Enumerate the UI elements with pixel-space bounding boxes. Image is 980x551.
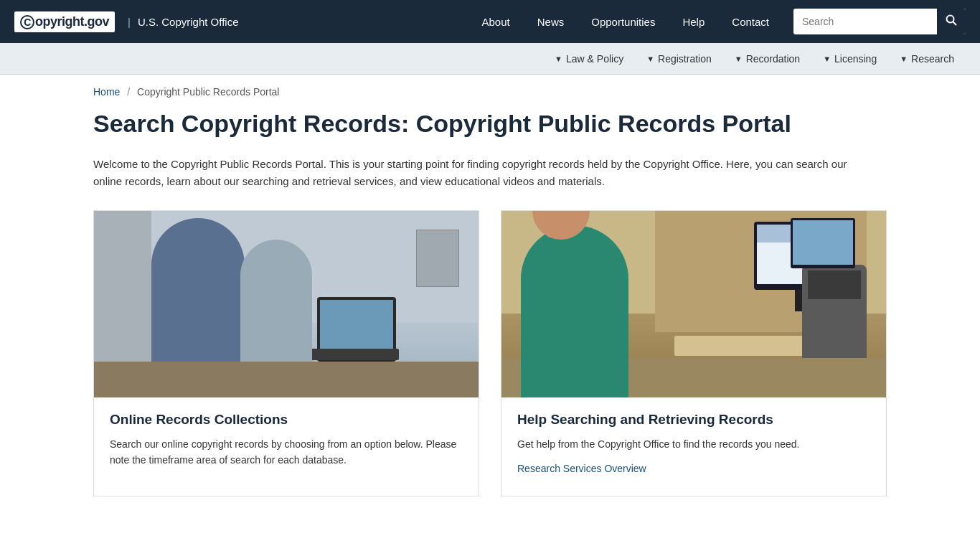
agency-name: U.S. Copyright Office xyxy=(138,16,239,28)
nav-help[interactable]: Help xyxy=(672,10,715,34)
nav-registration[interactable]: ▼ Registration xyxy=(635,53,723,65)
person-silhouette-2 xyxy=(240,240,312,362)
svg-point-0 xyxy=(947,16,954,23)
nav-opportunities[interactable]: Opportunities xyxy=(581,10,665,34)
nav-recordation[interactable]: ▼ Recordation xyxy=(723,53,811,65)
cards-row: Online Records Collections Search our on… xyxy=(93,210,887,496)
card-image-left xyxy=(94,211,479,397)
logo-area: Copyright.gov | U.S. Copyright Office xyxy=(14,11,239,32)
search-icon xyxy=(946,14,957,26)
cabinet-element xyxy=(416,230,459,287)
card-body-right: Help Searching and Retrieving Records Ge… xyxy=(501,397,886,492)
nav-research[interactable]: ▼ Research xyxy=(888,53,966,65)
chevron-down-icon: ▼ xyxy=(555,55,562,63)
search-box xyxy=(793,9,966,34)
breadcrumb: Home / Copyright Public Records Portal xyxy=(0,75,980,109)
document-on-desk xyxy=(674,336,804,356)
card-image-right xyxy=(501,211,886,397)
keyboard-element xyxy=(306,349,399,360)
screen-element xyxy=(320,300,393,356)
chevron-down-icon: ▼ xyxy=(900,55,908,63)
main-nav: About News Opportunities Help Contact xyxy=(472,10,780,34)
scanner-device xyxy=(802,265,867,358)
card-online-records: Online Records Collections Search our on… xyxy=(93,210,479,496)
nav-licensing[interactable]: ▼ Licensing xyxy=(811,53,888,65)
search-button[interactable] xyxy=(937,9,966,34)
card-title-online-records: Online Records Collections xyxy=(110,412,463,428)
copyright-c: C xyxy=(20,15,34,29)
desk-element xyxy=(94,362,479,397)
research-services-link[interactable]: Research Services Overview xyxy=(517,463,646,474)
search-input[interactable] xyxy=(793,10,937,33)
nav-research-label: Research xyxy=(911,53,954,65)
nav-about[interactable]: About xyxy=(472,10,520,34)
card-title-help: Help Searching and Retrieving Records xyxy=(517,412,870,428)
chevron-down-icon: ▼ xyxy=(735,55,743,63)
card-help-searching: Help Searching and Retrieving Records Ge… xyxy=(501,210,887,496)
nav-registration-label: Registration xyxy=(658,53,712,65)
svg-line-1 xyxy=(953,22,957,26)
person-silhouette-right xyxy=(521,225,628,397)
nav-contact[interactable]: Contact xyxy=(722,10,779,34)
chevron-down-icon: ▼ xyxy=(646,55,654,63)
logo: Copyright.gov xyxy=(14,11,115,32)
top-navigation: Copyright.gov | U.S. Copyright Office Ab… xyxy=(0,0,980,43)
intro-paragraph: Welcome to the Copyright Public Records … xyxy=(93,156,854,190)
breadcrumb-separator: / xyxy=(127,86,130,98)
chevron-down-icon: ▼ xyxy=(823,55,831,63)
main-content: Search Copyright Records: Copyright Publ… xyxy=(0,109,980,525)
nav-law-policy-label: Law & Policy xyxy=(566,53,623,65)
nav-law-policy[interactable]: ▼ Law & Policy xyxy=(543,53,635,65)
breadcrumb-home[interactable]: Home xyxy=(93,86,120,98)
person-silhouette-1 xyxy=(151,218,245,362)
scanner-screen xyxy=(791,218,855,268)
card-body-left: Online Records Collections Search our on… xyxy=(94,397,479,496)
page-title: Search Copyright Records: Copyright Publ… xyxy=(93,109,887,138)
card-text-online-records: Search our online copyright records by c… xyxy=(110,436,463,468)
logo-divider: | xyxy=(128,16,131,28)
card-text-help: Get help from the Copyright Office to fi… xyxy=(517,436,870,452)
secondary-nav: ▼ Law & Policy ▼ Registration ▼ Recordat… xyxy=(0,43,980,75)
nav-licensing-label: Licensing xyxy=(834,53,877,65)
nav-recordation-label: Recordation xyxy=(746,53,801,65)
nav-news[interactable]: News xyxy=(527,10,575,34)
breadcrumb-current: Copyright Public Records Portal xyxy=(137,86,279,98)
